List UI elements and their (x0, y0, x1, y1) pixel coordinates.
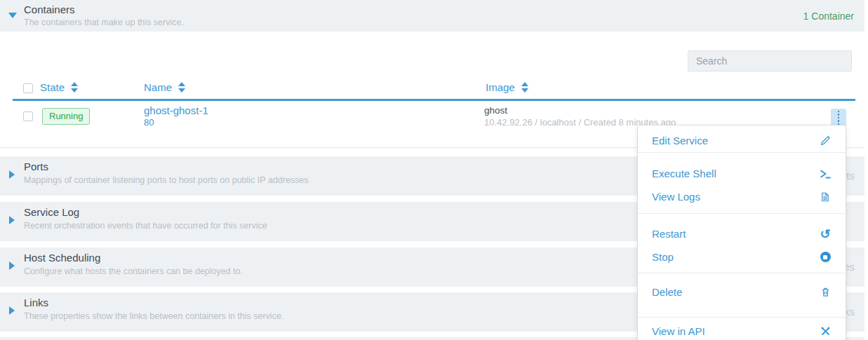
menu-item-edit-service[interactable]: Edit Service (638, 129, 846, 152)
menu-item-restart[interactable]: Restart ↺ (638, 222, 846, 245)
menu-item-label: Edit Service (652, 135, 708, 147)
section-subtitle: Recent orchestration events that have oc… (24, 221, 267, 231)
column-header-state[interactable]: State (40, 81, 78, 93)
section-title: Host Scheduling (24, 252, 100, 264)
expand-arrow-icon[interactable] (9, 216, 15, 224)
image-name: ghost (484, 105, 507, 116)
column-label: Image (486, 81, 515, 93)
expand-arrow-icon[interactable] (9, 261, 15, 270)
restart-icon: ↺ (819, 228, 832, 240)
section-title: Ports (24, 161, 48, 172)
container-port-link[interactable]: 80 (144, 117, 154, 128)
file-icon (819, 191, 832, 203)
row-checkbox[interactable] (23, 111, 33, 121)
select-all-checkbox[interactable] (23, 83, 33, 93)
container-count-badge: 1 Container (803, 11, 854, 22)
pencil-icon (819, 135, 832, 146)
sort-icon (71, 82, 78, 93)
sort-icon (178, 82, 185, 93)
expand-arrow-icon[interactable] (9, 306, 15, 315)
section-title: Containers (24, 4, 75, 15)
column-label: Name (144, 81, 172, 93)
trash-icon (819, 287, 832, 297)
menu-item-label: View in API (652, 325, 705, 337)
menu-item-view-logs[interactable]: View Logs (638, 185, 846, 208)
row-actions-menu: Edit Service Execute Shell View Logs Res… (637, 125, 846, 340)
menu-item-label: Delete (652, 286, 682, 298)
menu-item-label: Stop (652, 251, 674, 263)
section-subtitle: These properties show the links between … (24, 311, 283, 321)
section-subtitle: Configure what hosts the containers can … (24, 266, 243, 276)
status-badge: Running (42, 108, 90, 125)
expand-arrow-icon[interactable] (9, 170, 15, 179)
section-subtitle: The containers that make up this service… (24, 18, 184, 27)
table-header-rule (13, 99, 855, 101)
column-label: State (40, 81, 65, 93)
section-title: Links (24, 297, 48, 308)
collapse-arrow-icon[interactable] (8, 13, 17, 18)
column-header-image[interactable]: Image (486, 81, 528, 93)
column-header-name[interactable]: Name (144, 81, 185, 93)
containers-section-header[interactable]: Containers The containers that make up t… (0, 0, 864, 32)
tools-icon (819, 326, 832, 336)
section-subtitle: Mappings of container listening ports to… (24, 175, 309, 185)
menu-item-stop[interactable]: Stop (638, 245, 846, 268)
terminal-icon (819, 168, 832, 179)
sort-icon (521, 82, 528, 93)
menu-item-execute-shell[interactable]: Execute Shell (638, 162, 846, 185)
menu-item-label: Restart (652, 228, 686, 240)
search-input[interactable] (688, 50, 852, 72)
section-title: Service Log (24, 206, 79, 218)
menu-item-delete[interactable]: Delete (638, 280, 846, 304)
menu-item-label: Execute Shell (652, 168, 716, 179)
menu-item-view-in-api[interactable]: View in API (638, 320, 846, 340)
container-name-link[interactable]: ghost-ghost-1 (144, 104, 208, 116)
stop-icon (819, 252, 832, 262)
menu-item-label: View Logs (652, 191, 700, 203)
